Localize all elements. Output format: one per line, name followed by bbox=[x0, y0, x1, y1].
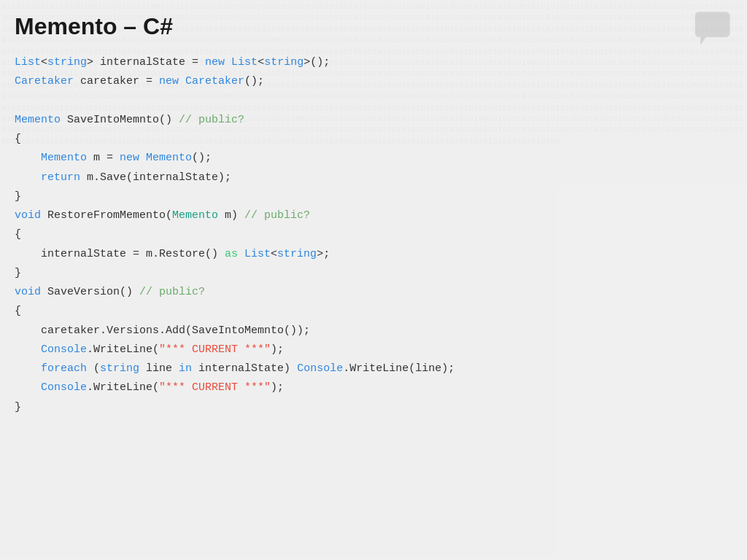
content-area: Memento – C# List<string> internalState … bbox=[0, 0, 747, 560]
code-line-12: } bbox=[15, 264, 732, 283]
code-line-16: Console.WriteLine("*** CURRENT ***"); bbox=[15, 341, 732, 359]
code-line-8: } bbox=[15, 187, 732, 206]
code-line-7: return m.Save(internalState); bbox=[15, 168, 732, 187]
chat-bubble-icon bbox=[694, 9, 734, 49]
code-line-17: foreach (string line in internalState) C… bbox=[15, 359, 732, 378]
type-list: List bbox=[15, 56, 41, 69]
page-title: Memento – C# bbox=[15, 13, 732, 40]
code-line-5: { bbox=[15, 130, 732, 149]
code-line-18: Console.WriteLine("*** CURRENT ***"); bbox=[15, 378, 732, 397]
code-line-10: { bbox=[15, 225, 732, 244]
code-line-1: List<string> internalState = new List<st… bbox=[15, 53, 732, 72]
code-line-2: Caretaker caretaker = new Caretaker(); bbox=[15, 72, 732, 91]
code-line-13: void SaveVersion() // public? bbox=[15, 283, 732, 302]
code-line-19: } bbox=[15, 398, 732, 417]
svg-rect-0 bbox=[695, 12, 730, 37]
code-line-4: Memento SaveIntoMemnto() // public? bbox=[15, 111, 732, 130]
code-line-11: internalState = m.Restore() as List<stri… bbox=[15, 245, 732, 264]
code-line-14: { bbox=[15, 302, 732, 321]
svg-marker-1 bbox=[700, 37, 705, 45]
code-line-15: caretaker.Versions.Add(SaveIntoMemnto())… bbox=[15, 322, 732, 341]
code-block: List<string> internalState = new List<st… bbox=[15, 53, 732, 417]
code-line-9: void RestoreFromMemento(Memento m) // pu… bbox=[15, 206, 732, 225]
code-line-3 bbox=[15, 92, 732, 111]
code-line-6: Memento m = new Memento(); bbox=[15, 149, 732, 168]
